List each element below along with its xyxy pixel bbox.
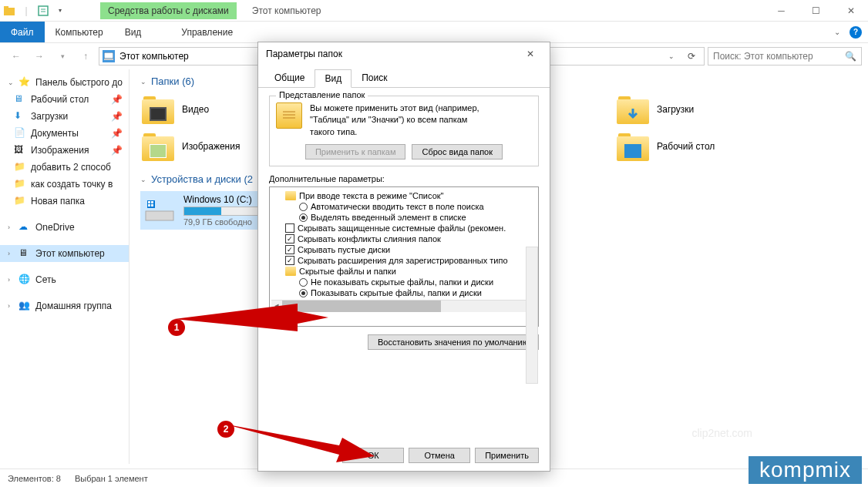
annotation-badge-1: 1 xyxy=(168,319,185,336)
close-button[interactable]: ✕ xyxy=(833,0,868,22)
ribbon: Файл Компьютер Вид Управление ⌄ ? xyxy=(0,22,868,43)
drive-icon xyxy=(143,196,176,225)
qat-dropdown-icon[interactable]: ▾ xyxy=(54,5,66,17)
folder-icon: 📁 xyxy=(14,161,26,173)
svg-rect-9 xyxy=(148,201,150,203)
ribbon-tab-computer[interactable]: Компьютер xyxy=(45,22,114,42)
cancel-button[interactable]: Отмена xyxy=(409,448,470,463)
sidebar-pictures[interactable]: 🖼Изображения📌 xyxy=(0,142,129,159)
window-controls: ─ ☐ ✕ xyxy=(764,0,868,22)
radio-icon xyxy=(299,203,308,211)
folder-icon xyxy=(276,102,302,129)
help-icon[interactable]: ? xyxy=(849,26,862,39)
document-icon: 📄 xyxy=(14,127,26,139)
ribbon-tab-view[interactable]: Вид xyxy=(114,22,153,42)
sidebar-documents[interactable]: 📄Документы📌 xyxy=(0,125,129,142)
pin-icon: 📌 xyxy=(111,145,123,156)
restore-defaults-button[interactable]: Восстановить значения по умолчанию xyxy=(368,334,539,350)
folder-icon xyxy=(617,95,649,124)
folder-icon xyxy=(285,191,296,200)
svg-rect-10 xyxy=(151,201,153,203)
groupbox-description: Вы можете применить этот вид (например, … xyxy=(310,102,479,138)
scrollbar-vertical[interactable] xyxy=(526,247,538,384)
address-path: Этот компьютер xyxy=(119,51,189,62)
folder-icon xyxy=(142,95,174,124)
sidebar-network[interactable]: ›🌐Сеть xyxy=(0,271,129,288)
maximize-button[interactable]: ☐ xyxy=(799,0,833,22)
ribbon-tab-manage[interactable]: Управление xyxy=(170,22,244,42)
sidebar-downloads[interactable]: ⬇Загрузки📌 xyxy=(0,108,129,125)
folder-icon xyxy=(142,132,174,161)
dialog-tab-general[interactable]: Общие xyxy=(264,69,315,87)
folder-desktop[interactable]: Рабочий стол xyxy=(615,130,785,163)
window-title: Этот компьютер xyxy=(252,5,321,16)
nav-up-button[interactable]: ↑ xyxy=(76,46,96,66)
svg-rect-6 xyxy=(104,59,113,60)
pin-icon: 📌 xyxy=(111,111,123,122)
sidebar-onedrive[interactable]: ›☁OneDrive xyxy=(0,219,129,236)
status-selected: Выбран 1 элемент xyxy=(75,474,148,483)
svg-rect-0 xyxy=(4,8,15,15)
folder-icon: 📁 xyxy=(14,195,26,207)
quick-access-toolbar: | ▾ xyxy=(0,5,69,17)
apply-button[interactable]: Применить xyxy=(475,448,539,463)
svg-marker-18 xyxy=(224,424,375,462)
search-input[interactable]: Поиск: Этот компьютер 🔍 xyxy=(708,47,862,65)
folder-options-dialog: Параметры папок ✕ Общие Вид Поиск Предст… xyxy=(257,42,550,472)
tree-checkbox[interactable]: ✓Скрывать конфликты слияния папок xyxy=(271,233,537,244)
folder-icon xyxy=(617,132,649,161)
properties-icon[interactable] xyxy=(37,5,49,17)
tree-radio[interactable]: Автоматически вводить текст в поле поиск… xyxy=(271,201,537,212)
folder-downloads[interactable]: Загрузки xyxy=(615,93,785,126)
ribbon-expand-icon[interactable]: ⌄ xyxy=(834,28,840,36)
dialog-tab-search[interactable]: Поиск xyxy=(352,69,397,87)
dialog-title: Параметры папок xyxy=(266,49,342,59)
pin-icon: 📌 xyxy=(111,94,123,105)
sidebar-folder-2[interactable]: 📁как создать точку в xyxy=(0,176,129,193)
refresh-icon[interactable]: ⟳ xyxy=(682,48,701,65)
tree-radio[interactable]: Выделять введенный элемент в списке xyxy=(271,212,537,223)
svg-rect-2 xyxy=(39,6,48,15)
svg-marker-17 xyxy=(174,304,328,331)
tree-checkbox[interactable]: Скрывать защищенные системные файлы (рек… xyxy=(271,223,537,233)
tree-checkbox[interactable]: ✓Скрывать пустые диски xyxy=(271,244,537,255)
dialog-tabs: Общие Вид Поиск xyxy=(258,65,550,88)
sidebar-quick-access[interactable]: ⌄⭐Панель быстрого до xyxy=(0,74,129,91)
radio-icon xyxy=(299,289,308,297)
contextual-tab-label: Средства работы с дисками xyxy=(100,2,237,19)
tree-checkbox[interactable]: ✓Скрывать расширения для зарегистрирован… xyxy=(271,255,537,266)
dialog-close-button[interactable]: ✕ xyxy=(519,49,542,59)
checkbox-icon: ✓ xyxy=(285,234,294,244)
sidebar-folder-1[interactable]: 📁добавить 2 способ xyxy=(0,159,129,176)
search-placeholder: Поиск: Этот компьютер xyxy=(713,51,813,62)
annotation-arrow-1: 1 xyxy=(174,302,336,351)
reset-folders-button[interactable]: Сброс вида папок xyxy=(412,144,503,160)
nav-forward-button[interactable]: → xyxy=(29,46,49,66)
sidebar-this-pc[interactable]: ›🖥Этот компьютер xyxy=(0,245,129,262)
advanced-label: Дополнительные параметры: xyxy=(269,174,539,183)
groupbox-title: Представление папок xyxy=(276,90,368,99)
sidebar-desktop[interactable]: 🖥Рабочий стол📌 xyxy=(0,91,129,108)
ribbon-tab-file[interactable]: Файл xyxy=(0,22,45,42)
sidebar-homegroup[interactable]: ›👥Домашняя группа xyxy=(0,297,129,314)
computer-icon: 🖥 xyxy=(19,247,31,260)
svg-rect-11 xyxy=(148,204,150,207)
checkbox-icon xyxy=(285,223,294,233)
star-icon: ⭐ xyxy=(19,76,31,89)
dialog-tab-view[interactable]: Вид xyxy=(315,69,352,88)
sidebar-folder-3[interactable]: 📁Новая папка xyxy=(0,193,129,210)
tree-node[interactable]: При вводе текста в режиме "Список" xyxy=(271,190,537,201)
tree-radio-show-hidden[interactable]: Показывать скрытые файлы, папки и диски xyxy=(271,287,537,298)
status-elements: Элементов: 8 xyxy=(8,474,61,483)
network-icon: 🌐 xyxy=(19,274,31,286)
nav-recent-button[interactable]: ▾ xyxy=(52,46,72,66)
tree-node[interactable]: Скрытые файлы и папки xyxy=(271,266,537,277)
apply-to-folders-button[interactable]: Применить к папкам xyxy=(305,144,406,160)
nav-back-button[interactable]: ← xyxy=(6,46,26,66)
download-icon: ⬇ xyxy=(14,110,26,123)
svg-rect-12 xyxy=(151,204,153,207)
svg-rect-5 xyxy=(104,52,113,59)
minimize-button[interactable]: ─ xyxy=(764,0,799,22)
tree-radio[interactable]: Не показывать скрытые файлы, папки и дис… xyxy=(271,277,537,287)
address-dropdown-icon[interactable]: ⌄ xyxy=(662,48,681,65)
